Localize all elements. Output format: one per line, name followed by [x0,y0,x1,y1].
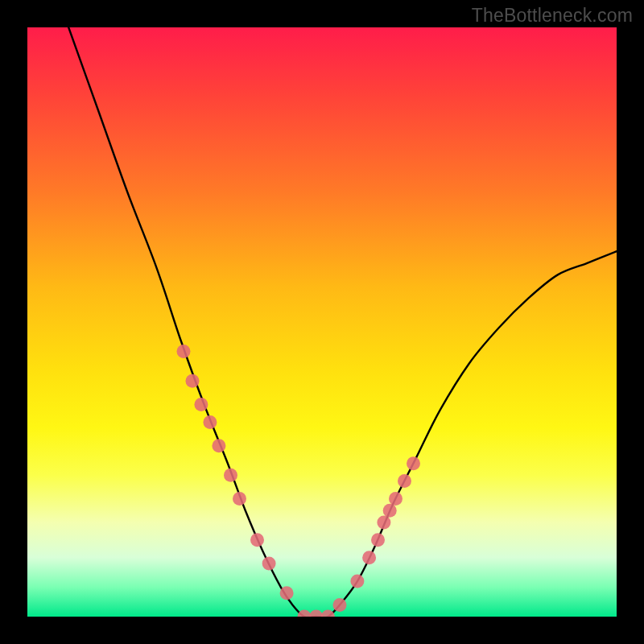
plot-area [27,27,617,617]
highlight-marker [212,439,225,452]
highlight-marker [280,586,294,600]
highlight-marker [203,415,217,429]
highlight-marker [250,533,264,547]
highlight-marker [333,598,347,612]
highlight-markers [177,345,421,617]
highlight-marker [407,456,420,470]
watermark-text: TheBottleneck.com [472,5,633,27]
highlight-marker [362,551,376,564]
highlight-marker [186,374,200,388]
highlight-marker [309,610,323,617]
highlight-marker [398,474,411,488]
highlight-marker [389,492,402,506]
curve-svg [27,27,617,617]
bottleneck-curve [68,27,617,617]
highlight-marker [177,345,191,358]
highlight-marker [377,515,390,529]
highlight-marker [383,504,397,518]
highlight-marker [262,557,276,571]
highlight-marker [371,533,385,547]
highlight-marker [224,469,237,482]
highlight-marker [194,398,208,411]
chart-frame: TheBottleneck.com [0,0,644,644]
highlight-marker [350,575,364,588]
highlight-marker [233,492,246,506]
highlight-marker [298,610,312,617]
highlight-marker [321,610,335,617]
